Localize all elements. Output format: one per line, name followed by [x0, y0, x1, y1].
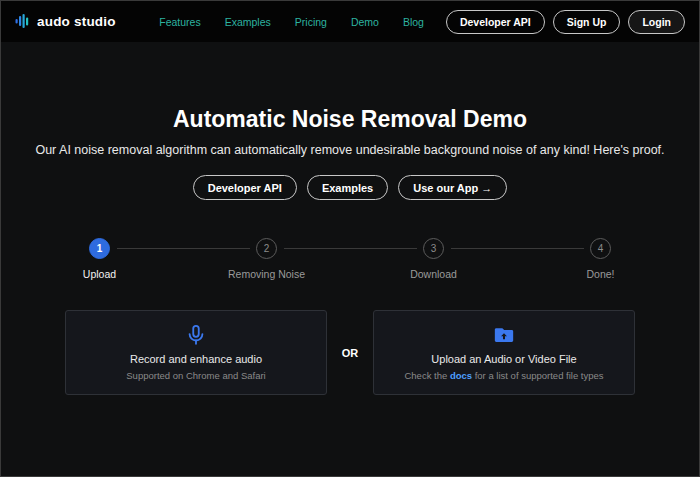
step-3-circle: 3: [423, 238, 444, 259]
step-1-label: Upload: [16, 268, 183, 280]
step-4-label: Done!: [517, 268, 684, 280]
record-card-subtitle: Supported on Chrome and Safari: [126, 370, 265, 381]
audo-logo-icon: [15, 13, 31, 29]
step-done: 4 Done!: [517, 238, 684, 280]
upload-subtitle-suffix: for a list of supported file types: [472, 370, 603, 381]
record-audio-card[interactable]: Record and enhance audio Supported on Ch…: [65, 310, 327, 395]
step-4-circle: 4: [590, 238, 611, 259]
login-button[interactable]: Login: [628, 10, 685, 34]
nav-buttons: Developer API Sign Up Login: [446, 10, 685, 34]
nav-link-blog[interactable]: Blog: [403, 16, 424, 28]
microphone-icon: [185, 324, 207, 346]
record-card-title: Record and enhance audio: [130, 353, 262, 365]
hero-developer-api-button[interactable]: Developer API: [193, 175, 297, 200]
top-navbar: audo studio Features Examples Pricing De…: [1, 1, 699, 42]
upload-card-subtitle: Check the docs for a list of supported f…: [404, 370, 603, 381]
step-2-circle: 2: [256, 238, 277, 259]
nav-links: Features Examples Pricing Demo Blog: [159, 16, 424, 28]
nav-link-pricing[interactable]: Pricing: [295, 16, 327, 28]
nav-link-demo[interactable]: Demo: [351, 16, 379, 28]
nav-link-examples[interactable]: Examples: [225, 16, 271, 28]
hero-examples-button[interactable]: Examples: [307, 175, 388, 200]
developer-api-button[interactable]: Developer API: [446, 10, 545, 34]
upload-file-card[interactable]: Upload an Audio or Video File Check the …: [373, 310, 635, 395]
or-separator: OR: [327, 347, 373, 359]
logo[interactable]: audo studio: [15, 13, 116, 31]
upload-card-title: Upload an Audio or Video File: [431, 353, 576, 365]
logo-text: audo studio: [37, 14, 116, 29]
signup-button[interactable]: Sign Up: [553, 10, 621, 34]
page-title: Automatic Noise Removal Demo: [1, 106, 699, 133]
folder-upload-icon: [493, 324, 515, 346]
page: audo studio Features Examples Pricing De…: [0, 0, 700, 477]
upload-subtitle-prefix: Check the: [404, 370, 449, 381]
progress-stepper: 1 Upload 2 Removing Noise 3 Download 4 D…: [16, 238, 684, 280]
step-3-label: Download: [350, 268, 517, 280]
step-2-label: Removing Noise: [183, 268, 350, 280]
upload-options: Record and enhance audio Supported on Ch…: [1, 310, 699, 395]
docs-link[interactable]: docs: [450, 370, 472, 381]
nav-link-features[interactable]: Features: [159, 16, 200, 28]
step-removing-noise: 2 Removing Noise: [183, 238, 350, 280]
step-1-circle: 1: [89, 238, 110, 259]
main-content: Automatic Noise Removal Demo Our AI nois…: [1, 42, 699, 395]
step-upload: 1 Upload: [16, 238, 183, 280]
page-subtitle: Our AI noise removal algorithm can autom…: [1, 143, 699, 157]
step-download: 3 Download: [350, 238, 517, 280]
use-our-app-button[interactable]: Use our App →: [398, 175, 507, 200]
hero-buttons: Developer API Examples Use our App →: [1, 175, 699, 200]
